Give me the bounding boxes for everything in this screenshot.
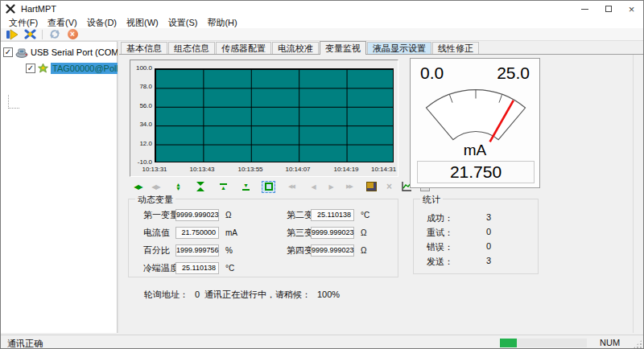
percent-field[interactable]: 1999.999756 bbox=[175, 244, 219, 257]
maximize-icon bbox=[605, 6, 612, 12]
percent-unit: % bbox=[225, 244, 233, 257]
start-scan-button[interactable] bbox=[3, 28, 21, 40]
x-axis-tick: 10:14:19 bbox=[333, 166, 358, 173]
cold-junction-field[interactable]: 25.110138 bbox=[175, 262, 219, 274]
tab-linear-correction[interactable]: 线性修正 bbox=[432, 42, 479, 54]
polling-address-value: 0 bbox=[195, 289, 200, 299]
tab-lcd-display-settings[interactable]: 液晶显示设置 bbox=[367, 42, 431, 54]
refresh-icon bbox=[49, 29, 60, 39]
port-checkbox[interactable] bbox=[3, 47, 13, 57]
maximize-button[interactable] bbox=[597, 1, 620, 17]
tab-current-calibration[interactable]: 电流校准 bbox=[272, 42, 319, 54]
start-scan-icon bbox=[6, 29, 19, 40]
tree-connector bbox=[8, 95, 19, 109]
current-value-field[interactable]: 21.750000 bbox=[175, 227, 219, 239]
stat-sent-value: 3 bbox=[486, 256, 491, 265]
chart-tracking-icon[interactable] bbox=[262, 181, 275, 193]
stat-retry-value: 0 bbox=[486, 227, 491, 236]
chart-zoom-in-vertical-icon[interactable] bbox=[217, 181, 230, 193]
cold-junction-label: 冷端温度 bbox=[143, 262, 179, 274]
chart-fast-forward-icon[interactable] bbox=[342, 181, 356, 193]
current-value-label: 电流值 bbox=[143, 227, 170, 239]
var4-field[interactable]: 9999.999023 bbox=[311, 244, 354, 257]
menu-window[interactable]: 视图(W) bbox=[122, 17, 163, 28]
menu-view[interactable]: 查看(V) bbox=[43, 17, 82, 28]
tree-item-port-label: USB Serial Port (COM3) bbox=[31, 47, 126, 57]
var1-field[interactable]: 9999.999023 bbox=[175, 209, 219, 221]
var1-unit: Ω bbox=[225, 209, 231, 221]
menu-file[interactable]: 文件(F) bbox=[4, 17, 43, 28]
trend-chart: 100.0 78.0 56.0 34.0 12.0 -10.0 10:13:31… bbox=[130, 60, 398, 177]
y-axis-tick: 56.0 bbox=[130, 102, 152, 110]
stop-scan-button[interactable] bbox=[21, 28, 39, 40]
main-area: 基本信息 组态信息 传感器配置 电流校准 变量监视 液晶显示设置 线性修正 10… bbox=[119, 41, 644, 333]
chart-page-horizontal-icon[interactable] bbox=[149, 181, 163, 193]
stat-success-label: 成功： bbox=[427, 212, 453, 224]
gauge-value-box: 21.750 bbox=[417, 161, 535, 183]
footer-row: 轮询地址：0 通讯正在进行中，请稍候：100% bbox=[119, 289, 644, 300]
tab-sensor-config[interactable]: 传感器配置 bbox=[216, 42, 271, 54]
dynamic-variables-group: 动态变量 第一变量 9999.999023 Ω 电流值 21.750000 mA… bbox=[128, 199, 398, 277]
comm-progress-label: 通讯正在进行中，请稍候： bbox=[204, 289, 311, 299]
chart-display-options-icon[interactable] bbox=[365, 181, 378, 193]
tab-basic-info[interactable]: 基本信息 bbox=[121, 42, 167, 54]
menu-help[interactable]: 帮助(H) bbox=[202, 17, 242, 28]
chart-zoom-out-vertical-icon[interactable] bbox=[239, 181, 253, 193]
chart-scroll-horizontal-icon[interactable] bbox=[131, 181, 145, 193]
chart-step-forward-icon[interactable] bbox=[324, 181, 338, 193]
app-window: HartMPT × 文件(F) 查看(V) 设备(D) 视图(W) 设置(S) … bbox=[0, 0, 644, 349]
chart-rewind-icon[interactable] bbox=[284, 181, 298, 193]
statistics-title: 统计 bbox=[420, 194, 443, 206]
var4-unit: Ω bbox=[361, 244, 366, 257]
stop-scan-icon bbox=[24, 29, 36, 39]
comm-progress-value: 100% bbox=[317, 289, 340, 299]
var3-field[interactable]: 9999.999023 bbox=[311, 227, 354, 239]
serial-port-icon bbox=[15, 47, 28, 58]
minimize-button[interactable] bbox=[573, 1, 597, 17]
chart-plot-area[interactable] bbox=[155, 68, 394, 162]
statistics-group: 统计 成功： 3 重试： 0 错误： 0 发送： 3 bbox=[413, 199, 539, 274]
tree-item-port[interactable]: USB Serial Port (COM3) bbox=[3, 46, 126, 59]
x-axis-tick: 10:14:31 bbox=[371, 166, 396, 173]
menu-settings[interactable]: 设置(S) bbox=[163, 17, 203, 28]
y-axis-tick: 34.0 bbox=[130, 121, 152, 129]
stat-retry-label: 重试： bbox=[427, 227, 453, 239]
chart-step-back-icon[interactable] bbox=[307, 181, 320, 193]
chart-clear-icon[interactable] bbox=[382, 181, 396, 193]
current-value-unit: mA bbox=[225, 227, 237, 239]
resize-grip[interactable] bbox=[633, 339, 642, 349]
toolbar-separator bbox=[42, 30, 43, 39]
x-axis-tick: 10:13:43 bbox=[189, 166, 214, 173]
gauge-unit-label: mA bbox=[411, 142, 539, 159]
stat-success-value: 3 bbox=[486, 212, 491, 222]
tab-bar: 基本信息 组态信息 传感器配置 电流校准 变量监视 液晶显示设置 线性修正 bbox=[119, 41, 644, 55]
cancel-button[interactable] bbox=[64, 28, 81, 40]
var2-field[interactable]: 25.110138 bbox=[311, 209, 354, 221]
close-button[interactable]: × bbox=[620, 1, 643, 17]
chart-time-span-icon[interactable] bbox=[194, 181, 208, 193]
menu-device[interactable]: 设备(D) bbox=[82, 17, 122, 28]
y-axis-tick: 100.0 bbox=[130, 64, 152, 72]
device-tag-icon bbox=[38, 64, 48, 73]
stat-error-label: 错误： bbox=[427, 241, 453, 253]
stat-sent-label: 发送： bbox=[427, 256, 453, 268]
content-right-border bbox=[633, 55, 634, 333]
menu-bar: 文件(F) 查看(V) 设备(D) 视图(W) 设置(S) 帮助(H) bbox=[1, 17, 643, 28]
tab-config-info[interactable]: 组态信息 bbox=[168, 42, 215, 54]
app-icon bbox=[6, 4, 15, 14]
main-toolbar bbox=[1, 28, 643, 41]
statusbar-progress bbox=[500, 339, 587, 347]
refresh-button[interactable] bbox=[46, 28, 64, 40]
percent-label: 百分比 bbox=[143, 244, 170, 257]
chart-scroll-vertical-icon[interactable] bbox=[171, 181, 185, 193]
minimize-icon bbox=[581, 9, 588, 10]
cold-junction-unit: °C bbox=[225, 262, 234, 274]
tag-checkbox[interactable] bbox=[26, 64, 35, 73]
chart-toolbar bbox=[131, 180, 431, 193]
x-axis-tick: 10:13:55 bbox=[237, 166, 262, 173]
tab-variable-monitor[interactable]: 变量监视 bbox=[320, 41, 366, 55]
status-bar: 通讯正确 NUM bbox=[1, 335, 643, 349]
gauge-max-label: 25.0 bbox=[497, 64, 530, 83]
var3-unit: Ω bbox=[361, 227, 366, 239]
gauge-value: 21.750 bbox=[450, 162, 502, 182]
